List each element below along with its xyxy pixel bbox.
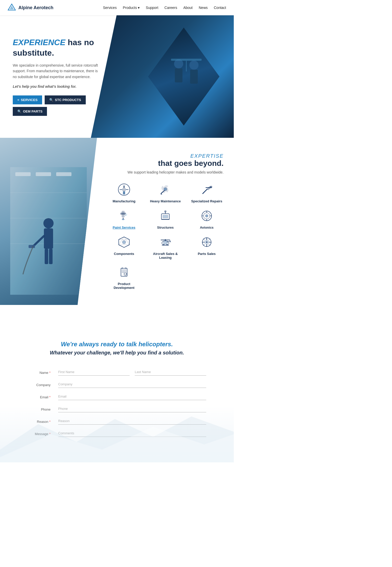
- components-label: Components: [114, 252, 134, 256]
- nav-news[interactable]: News: [199, 6, 208, 10]
- nav-links: Services Products ▾ Support Careers Abou…: [103, 5, 226, 10]
- phone-row: Phone: [28, 405, 206, 412]
- parts-sales-icon: [199, 235, 214, 250]
- svg-rect-28: [123, 191, 125, 194]
- nav-contact[interactable]: Contact: [214, 6, 226, 10]
- svg-point-35: [122, 219, 124, 220]
- search-icon: 🔍: [49, 98, 53, 102]
- paint-services-label: Paint Services: [113, 226, 136, 229]
- first-name-field: [58, 368, 130, 376]
- nav-services[interactable]: Services: [103, 6, 117, 10]
- worker-illustration: [158, 51, 209, 102]
- service-parts-sales[interactable]: Parts Sales: [190, 235, 224, 260]
- structures-label: Structures: [157, 226, 174, 229]
- hero-headline: EXPERIENCE has no substitute.: [13, 37, 102, 58]
- contact-form: Name * Company Email *: [28, 368, 206, 437]
- expertise-image: [0, 138, 97, 305]
- heavy-maintenance-label: Heavy Maintenance: [150, 199, 181, 203]
- spacer: [0, 305, 234, 320]
- specialized-repairs-icon: [199, 182, 214, 197]
- logo[interactable]: Alpine Aerotech: [8, 4, 53, 12]
- name-label: Name *: [40, 371, 51, 375]
- company-label: Company: [36, 383, 51, 387]
- avionics-label: Avionics: [200, 226, 214, 229]
- avionics-icon: [199, 208, 214, 224]
- last-name-input[interactable]: [135, 368, 206, 376]
- nav-support[interactable]: Support: [146, 6, 158, 10]
- service-components[interactable]: Components: [107, 235, 141, 260]
- contact-heading2: Whatever your challenge, we'll help you …: [10, 350, 224, 356]
- svg-point-69: [206, 241, 208, 243]
- email-input[interactable]: [58, 393, 206, 400]
- parts-sales-label: Parts Sales: [198, 252, 216, 256]
- expertise-description: We support leading helicopter makes and …: [128, 170, 224, 174]
- service-paint-services[interactable]: Paint Services: [107, 208, 141, 229]
- oem-parts-button[interactable]: 🔍 OEM PARTS: [13, 107, 47, 116]
- product-development-icon: ✓: [116, 265, 132, 280]
- paint-services-icon: [116, 208, 132, 224]
- company-field: [58, 381, 206, 388]
- message-field: [58, 430, 206, 437]
- svg-rect-3: [175, 68, 182, 82]
- aircraft-sales-icon: [158, 235, 173, 250]
- service-manufacturing[interactable]: Manufacturing: [107, 182, 141, 203]
- svg-rect-40: [163, 215, 168, 218]
- service-avionics[interactable]: Avionics: [190, 208, 224, 229]
- email-label-col: Email *: [28, 395, 53, 400]
- phone-label-col: Phone: [28, 408, 53, 412]
- svg-rect-73: [122, 272, 124, 273]
- phone-input[interactable]: [58, 405, 206, 412]
- expertise-content: EXPERTISE that goes beyond. We support l…: [97, 138, 234, 305]
- reason-row: Reason *: [28, 417, 206, 425]
- hero-eyebrow: EXPERIENCE: [13, 38, 65, 47]
- reason-input[interactable]: [58, 417, 206, 425]
- nav-careers[interactable]: Careers: [164, 6, 177, 10]
- main-nav: Alpine Aerotech Services Products ▾ Supp…: [0, 0, 234, 15]
- service-specialized-repairs[interactable]: Specialized Repairs: [190, 182, 224, 203]
- svg-point-60: [165, 239, 166, 241]
- service-aircraft-sales[interactable]: Aircraft Sales & Leasing: [149, 235, 182, 260]
- svg-point-4: [189, 60, 199, 70]
- nav-products[interactable]: Products ▾: [123, 6, 140, 10]
- svg-text:✓: ✓: [125, 273, 126, 275]
- reason-field: [58, 417, 206, 425]
- contact-heading1: We're always ready to talk helicopters.: [10, 341, 224, 348]
- svg-point-46: [205, 215, 208, 217]
- message-input[interactable]: [58, 430, 206, 437]
- email-field: [58, 393, 206, 400]
- message-row: Message *: [28, 430, 206, 437]
- svg-point-36: [125, 215, 126, 216]
- heavy-maintenance-icon: [158, 182, 173, 197]
- message-label-col: Message *: [28, 432, 53, 437]
- svg-rect-6: [171, 59, 202, 61]
- services-grid: Manufacturing Heavy Maintenance: [107, 182, 224, 290]
- service-structures[interactable]: Structures: [149, 208, 182, 229]
- hero-section: EXPERIENCE has no substitute. We special…: [0, 15, 234, 138]
- services-button[interactable]: ≡ SERVICES: [13, 95, 42, 104]
- svg-rect-71: [122, 270, 126, 270]
- svg-rect-21: [10, 167, 87, 295]
- svg-line-31: [203, 189, 207, 193]
- product-development-label: Product Development: [107, 282, 141, 290]
- first-name-input[interactable]: [58, 368, 130, 376]
- service-product-development[interactable]: ✓ Product Development: [107, 265, 141, 290]
- paint-worker-illustration: [10, 167, 87, 295]
- company-label-col: Company: [28, 383, 53, 388]
- last-name-field: [135, 368, 206, 376]
- service-heavy-maintenance[interactable]: Heavy Maintenance: [149, 182, 182, 203]
- hero-buttons: ≡ SERVICES 🔍 STC PRODUCTS 🔍 OEM PARTS: [13, 95, 102, 116]
- specialized-repairs-label: Specialized Repairs: [191, 199, 222, 203]
- hero-body: We specialize in comprehensive, full ser…: [13, 63, 102, 80]
- phone-label: Phone: [41, 408, 51, 411]
- manufacturing-icon: [116, 182, 132, 197]
- email-label: Email *: [40, 395, 51, 399]
- svg-point-56: [122, 240, 126, 244]
- components-icon: [116, 235, 132, 250]
- company-row: Company: [28, 381, 206, 388]
- stc-products-button[interactable]: 🔍 STC PRODUCTS: [45, 95, 86, 104]
- expertise-headline: that goes beyond.: [158, 159, 224, 168]
- svg-point-42: [165, 211, 166, 212]
- nav-about[interactable]: About: [183, 6, 193, 10]
- company-input[interactable]: [58, 381, 206, 388]
- search-icon-2: 🔍: [17, 109, 21, 113]
